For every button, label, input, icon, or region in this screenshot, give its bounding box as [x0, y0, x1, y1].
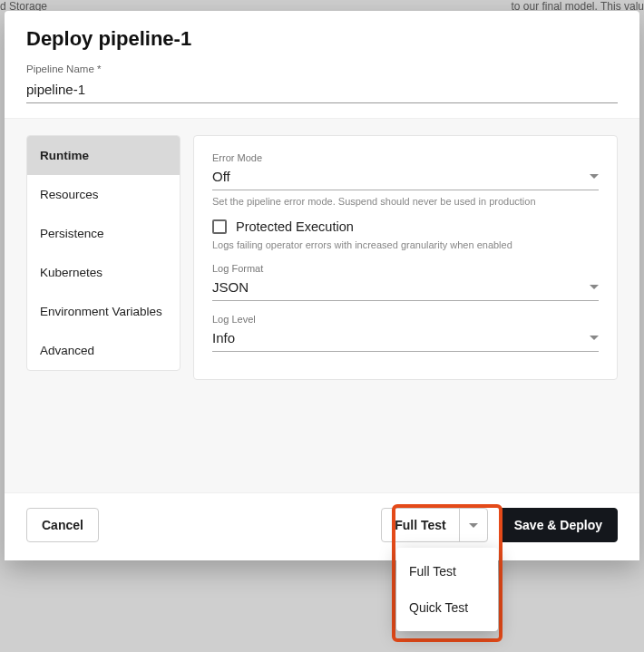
log-format-group: Log Format JSON	[212, 263, 599, 301]
chevron-down-icon	[590, 174, 599, 179]
error-mode-select[interactable]: Off	[212, 165, 599, 190]
protected-execution-helper: Logs failing operator errors with increa…	[212, 239, 599, 250]
modal-title: Deploy pipeline-1	[26, 27, 618, 51]
protected-execution-group: Protected Execution Logs failing operato…	[212, 219, 599, 250]
pipeline-name-label: Pipeline Name *	[26, 63, 618, 74]
chevron-down-icon	[590, 336, 599, 340]
sidebar-item-environment-variables[interactable]: Environment Variables	[27, 292, 180, 331]
cancel-button-label: Cancel	[42, 518, 83, 532]
pipeline-name-input[interactable]	[26, 78, 618, 103]
sidebar-item-runtime[interactable]: Runtime	[27, 136, 180, 175]
protected-execution-checkbox[interactable]: Protected Execution	[212, 219, 599, 234]
sidebar-item-label: Runtime	[40, 149, 89, 162]
log-level-select[interactable]: Info	[212, 326, 599, 352]
log-level-group: Log Level Info	[212, 314, 599, 352]
test-dropdown-menu: Full Test Quick Test	[396, 548, 498, 631]
sidebar-item-persistence[interactable]: Persistence	[27, 214, 180, 253]
sidebar-item-label: Resources	[40, 188, 99, 201]
menu-item-label: Quick Test	[409, 600, 468, 615]
menu-item-quick-test[interactable]: Quick Test	[396, 589, 498, 626]
log-format-select[interactable]: JSON	[212, 276, 599, 301]
modal-header: Deploy pipeline-1	[5, 11, 639, 51]
sidebar-item-resources[interactable]: Resources	[27, 175, 180, 214]
protected-execution-label: Protected Execution	[236, 219, 354, 234]
error-mode-value: Off	[212, 169, 590, 184]
log-format-label: Log Format	[212, 263, 599, 274]
menu-item-full-test[interactable]: Full Test	[396, 553, 498, 589]
log-format-value: JSON	[212, 279, 590, 295]
sidebar-item-label: Persistence	[40, 227, 104, 240]
sidebar-item-label: Environment Variables	[40, 305, 162, 318]
test-menu-toggle[interactable]	[460, 509, 487, 541]
deploy-modal: Deploy pipeline-1 Pipeline Name * Runtim…	[5, 11, 639, 560]
modal-body: Runtime Resources Persistence Kubernetes…	[5, 118, 639, 492]
settings-sidebar: Runtime Resources Persistence Kubernetes…	[26, 135, 181, 371]
run-test-button[interactable]: Full Test	[382, 509, 460, 541]
checkbox-icon	[212, 219, 227, 234]
save-deploy-label: Save & Deploy	[514, 518, 602, 532]
menu-item-label: Full Test	[409, 564, 456, 579]
modal-footer: Cancel Full Test Save & Deploy	[5, 492, 639, 560]
log-level-label: Log Level	[212, 314, 599, 325]
sidebar-item-label: Kubernetes	[40, 266, 102, 279]
error-mode-helper: Set the pipeline error mode. Suspend sho…	[212, 196, 599, 207]
log-level-value: Info	[212, 330, 590, 345]
test-split-button: Full Test	[381, 508, 488, 542]
sidebar-item-label: Advanced	[40, 344, 94, 357]
pipeline-name-field: Pipeline Name *	[5, 51, 639, 103]
chevron-down-icon	[469, 523, 478, 528]
chevron-down-icon	[590, 285, 599, 289]
error-mode-group: Error Mode Off Set the pipeline error mo…	[212, 152, 599, 207]
sidebar-item-advanced[interactable]: Advanced	[27, 331, 180, 370]
test-split-button-wrap: Full Test	[381, 508, 488, 542]
cancel-button[interactable]: Cancel	[26, 508, 99, 542]
runtime-panel: Error Mode Off Set the pipeline error mo…	[193, 135, 618, 380]
sidebar-item-kubernetes[interactable]: Kubernetes	[27, 253, 180, 292]
save-deploy-button[interactable]: Save & Deploy	[499, 508, 618, 542]
run-test-label: Full Test	[395, 518, 446, 532]
error-mode-label: Error Mode	[212, 152, 599, 163]
